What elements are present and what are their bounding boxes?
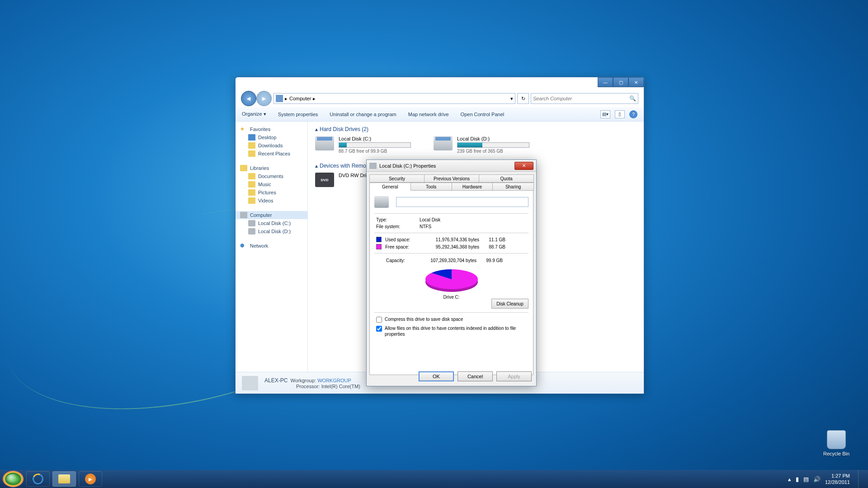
free-gb: 88.7 GB <box>483 244 505 249</box>
folder-icon <box>248 189 255 196</box>
sidebar-item-downloads[interactable]: Downloads <box>236 141 307 150</box>
properties-dialog: Local Disk (C:) Properties ✕ Security Pr… <box>366 160 537 386</box>
tab-panel-general: Type:Local Disk File system:NTFS Used sp… <box>369 191 533 375</box>
refresh-button[interactable]: ↻ <box>517 93 529 104</box>
network-tray-icon[interactable]: ▤ <box>803 476 809 483</box>
sidebar-item-disk-d[interactable]: Local Disk (D:) <box>236 227 307 235</box>
toolbar-map-drive[interactable]: Map network drive <box>408 112 449 117</box>
index-checkbox[interactable] <box>376 326 382 332</box>
sidebar-item-pictures[interactable]: Pictures <box>236 188 307 197</box>
capacity-label: Capacity: <box>386 258 414 263</box>
group-header-hdd[interactable]: ▴Hard Disk Drives (2) <box>315 126 637 132</box>
disk-icon <box>369 163 377 169</box>
divider <box>374 253 528 253</box>
folder-icon <box>248 181 255 188</box>
drive-item-d[interactable]: Local Disk (D:) 239 GB free of 365 GB <box>434 136 529 154</box>
drive-name: Local Disk (C:) <box>339 136 411 141</box>
breadcrumb-location[interactable]: Computer <box>289 96 311 101</box>
close-button[interactable]: ✕ <box>628 77 644 87</box>
show-desktop-button[interactable] <box>858 470 863 488</box>
tab-security[interactable]: Security <box>369 174 425 183</box>
tab-tools[interactable]: Tools <box>410 183 452 191</box>
divider <box>374 213 528 214</box>
tab-sharing[interactable]: Sharing <box>492 183 534 191</box>
drive-free-text: 88.7 GB free of 99.9 GB <box>339 149 411 154</box>
sidebar-network[interactable]: ⬢Network <box>236 242 307 250</box>
toolbar-system-properties[interactable]: System properties <box>278 112 318 117</box>
sidebar-item-label: Pictures <box>258 190 276 195</box>
sidebar-item-label: Music <box>258 182 271 187</box>
tab-quota[interactable]: Quota <box>479 174 534 183</box>
recycle-bin-shortcut[interactable]: Recycle Bin <box>818 430 854 456</box>
drive-icon <box>434 136 453 150</box>
breadcrumb[interactable]: ▸ Computer ▸ ▾ <box>274 93 515 104</box>
dialog-buttons: OK Cancel Apply <box>419 371 532 381</box>
sidebar-item-label: Downloads <box>258 143 283 148</box>
taskbar-media-player[interactable]: ▶ <box>79 471 102 487</box>
sidebar-item-recent[interactable]: Recent Places <box>236 150 307 158</box>
sidebar-libraries[interactable]: Libraries <box>236 164 307 172</box>
pie-caption: Drive C: <box>443 295 459 300</box>
type-label: Type: <box>376 217 407 222</box>
help-button[interactable]: ? <box>629 110 637 118</box>
sidebar-computer[interactable]: Computer <box>236 211 307 219</box>
tray-show-hidden-icon[interactable]: ▴ <box>788 476 791 483</box>
disk-icon <box>248 228 255 235</box>
sidebar-favorites[interactable]: ★Favorites <box>236 125 307 133</box>
dialog-close-button[interactable]: ✕ <box>514 162 533 170</box>
tab-previous-versions[interactable]: Previous Versions <box>424 174 479 183</box>
collapse-icon: ▴ <box>315 163 318 169</box>
drive-name: Local Disk (D:) <box>457 136 529 141</box>
search-box[interactable]: 🔍 <box>531 93 638 104</box>
breadcrumb-dropdown-icon[interactable]: ▾ <box>510 96 513 102</box>
tab-hardware[interactable]: Hardware <box>452 183 493 191</box>
sidebar-item-documents[interactable]: Documents <box>236 172 307 180</box>
sidebar-item-videos[interactable]: Videos <box>236 197 307 205</box>
maximize-button[interactable]: ▢ <box>613 77 628 87</box>
compress-checkbox[interactable] <box>376 317 382 323</box>
preview-pane-button[interactable]: ▯ <box>615 110 625 118</box>
minimize-button[interactable]: — <box>598 77 613 87</box>
group-header-label: Hard Disk Drives (2) <box>320 126 368 132</box>
folder-icon <box>248 150 255 157</box>
drive-usage-bar <box>339 142 411 148</box>
sidebar-item-music[interactable]: Music <box>236 180 307 188</box>
drive-item-c[interactable]: Local Disk (C:) 88.7 GB free of 99.9 GB <box>315 136 411 154</box>
toolbar-control-panel[interactable]: Open Control Panel <box>461 112 505 117</box>
free-label: Free space: <box>385 244 417 249</box>
sidebar-item-disk-c[interactable]: Local Disk (C:) <box>236 219 307 227</box>
nav-forward-button[interactable]: ► <box>256 91 272 106</box>
sidebar-item-desktop[interactable]: Desktop <box>236 133 307 141</box>
view-options-button[interactable]: ▤▾ <box>600 110 610 118</box>
sidebar-item-label: Videos <box>258 198 273 203</box>
window-controls: — ▢ ✕ <box>598 77 644 87</box>
toolbar-uninstall[interactable]: Uninstall or change a program <box>330 112 396 117</box>
organize-menu[interactable]: Organize ▾ <box>242 111 266 117</box>
clock[interactable]: 1:27 PM 12/28/2011 <box>825 473 850 485</box>
battery-icon[interactable]: ▮ <box>796 476 799 483</box>
volume-icon[interactable]: 🔊 <box>813 476 821 483</box>
folder-icon <box>248 142 255 149</box>
apply-button[interactable]: Apply <box>496 371 532 381</box>
search-input[interactable] <box>533 96 629 101</box>
workgroup-value: WORKGROUP <box>317 378 351 383</box>
start-button[interactable] <box>3 471 24 487</box>
volume-label-input[interactable] <box>396 197 528 207</box>
taskbar-explorer[interactable] <box>52 471 76 487</box>
divider <box>374 233 528 233</box>
fs-label: File system: <box>376 224 407 229</box>
taskbar-ie[interactable] <box>26 471 50 487</box>
ok-button[interactable]: OK <box>419 371 454 381</box>
disk-large-icon <box>374 196 389 208</box>
fs-value: NTFS <box>420 224 431 229</box>
divider <box>374 312 528 313</box>
nav-back-button[interactable]: ◄ <box>241 91 256 106</box>
dialog-title-bar[interactable]: Local Disk (C:) Properties ✕ <box>367 160 536 172</box>
breadcrumb-sep2: ▸ <box>313 96 316 102</box>
tab-general[interactable]: General <box>369 183 411 191</box>
used-swatch <box>376 237 382 242</box>
drive-icon <box>315 136 334 150</box>
disk-cleanup-button[interactable]: Disk Cleanup <box>491 299 528 309</box>
workgroup-label: Workgroup: <box>290 378 316 383</box>
cancel-button[interactable]: Cancel <box>458 371 493 381</box>
